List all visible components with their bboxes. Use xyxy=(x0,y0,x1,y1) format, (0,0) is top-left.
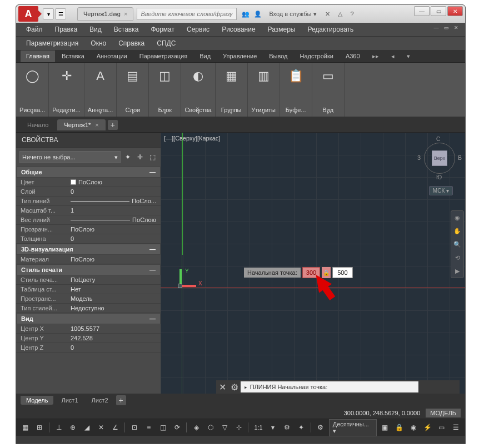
cmdline-close-icon[interactable]: ✕ xyxy=(216,381,228,393)
ribbon-tab-8[interactable]: A360 xyxy=(340,51,366,62)
maximize-button[interactable]: ▭ xyxy=(431,6,446,16)
panel-Рисова...[interactable]: ◯Рисова...▾ xyxy=(16,63,49,117)
props-row[interactable]: ЦветПоСлою xyxy=(16,178,161,187)
cleanscreen-icon[interactable]: ▭ xyxy=(436,421,448,434)
props-row[interactable]: Тип стилей...Недоступно xyxy=(16,304,161,313)
ribbon-arrow-icon[interactable]: ▾ xyxy=(401,51,416,62)
nav-pan-icon[interactable]: ✋ xyxy=(453,226,462,235)
props-row[interactable]: Центр X1005.5577 xyxy=(16,324,161,334)
ribbon-arrow-icon[interactable]: ◂ xyxy=(386,51,400,62)
dyn-input-icon[interactable]: ⊡ xyxy=(128,421,141,434)
close-button[interactable]: ✕ xyxy=(447,6,463,16)
model-space-button[interactable]: МОДЕЛЬ xyxy=(426,409,461,417)
props-section-Вид[interactable]: Вид— xyxy=(16,313,161,324)
ribbon-tab-3[interactable]: Параметризация xyxy=(134,51,193,62)
layout-tab-2[interactable]: Лист2 xyxy=(86,396,114,405)
ribbon-tab-4[interactable]: Вид xyxy=(194,51,216,62)
menu-правка[interactable]: Правка xyxy=(49,24,83,35)
close-tab-icon[interactable]: × xyxy=(95,122,98,128)
viewcube-face[interactable]: Верх xyxy=(432,150,447,166)
menu-редактировать[interactable]: Редактировать xyxy=(302,24,359,35)
ribbon-arrow-icon[interactable]: ▸▸ xyxy=(367,51,385,62)
layout-tab-0[interactable]: Модель xyxy=(21,396,53,405)
props-row[interactable]: Тип линийПоСло... xyxy=(16,197,161,206)
otrack-icon[interactable]: ∠ xyxy=(109,421,122,434)
props-row[interactable]: Вес линийПоСлою xyxy=(16,215,161,225)
help-icon[interactable]: ? xyxy=(348,9,357,18)
menu-окно[interactable]: Окно xyxy=(85,38,112,49)
panel-Буфе...[interactable]: 📋Буфе...▾ xyxy=(280,63,312,117)
props-row[interactable]: Слой0 xyxy=(16,187,161,197)
menu-сервис[interactable]: Сервис xyxy=(181,24,215,35)
menu-рисование[interactable]: Рисование xyxy=(216,24,261,35)
nav-wheel-icon[interactable]: ◉ xyxy=(453,213,462,222)
mdi-min-button[interactable]: — xyxy=(432,24,441,32)
panel-Слои[interactable]: ▤Слои▾ xyxy=(117,63,149,117)
new-doc-button[interactable]: + xyxy=(108,120,118,130)
lock-ui-icon[interactable]: 🔒 xyxy=(393,421,406,434)
qat-open-icon[interactable]: ☰ xyxy=(55,8,66,19)
ribbon-tab-2[interactable]: Аннотации xyxy=(91,51,133,62)
grid-toggle-icon[interactable]: ▦ xyxy=(19,421,32,434)
layout-tab-1[interactable]: Лист1 xyxy=(56,396,83,405)
props-section-Стиль печати[interactable]: Стиль печати— xyxy=(16,264,161,275)
props-section-Общие[interactable]: Общие— xyxy=(16,167,161,178)
viewcube[interactable]: Верх С В Ю З xyxy=(420,138,460,178)
exchange-icon[interactable]: ✕ xyxy=(323,9,332,18)
coordinates-readout[interactable]: 300.0000, 248.5629, 0.0000 xyxy=(344,410,421,416)
panel-Утилиты[interactable]: ▥Утилиты▾ xyxy=(248,63,280,117)
mdi-max-button[interactable]: ▭ xyxy=(442,24,451,32)
props-row[interactable]: Толщина0 xyxy=(16,234,161,244)
menu-справка[interactable]: Справка xyxy=(113,38,150,49)
user-icon[interactable]: 👤 xyxy=(253,9,262,18)
isoplane-icon[interactable]: ◢ xyxy=(81,421,93,434)
doc-tab-1[interactable]: Чертеж1*× xyxy=(57,119,105,130)
qat-new-icon[interactable]: ▾ xyxy=(43,8,54,19)
customize-icon[interactable]: ☰ xyxy=(450,421,462,434)
3dosnap-icon[interactable]: ◈ xyxy=(190,421,202,434)
ribbon-tab-5[interactable]: Управление xyxy=(217,51,262,62)
props-row[interactable]: Пространс...Модель xyxy=(16,294,161,304)
close-doc-icon[interactable]: × xyxy=(124,11,127,17)
menu-размеры[interactable]: Размеры xyxy=(262,24,301,35)
panel-Свойства[interactable]: ◐Свойства▾ xyxy=(181,63,215,117)
panel-Редакти...[interactable]: ✛Редакти...▾ xyxy=(49,63,84,117)
props-row[interactable]: Масштаб т...1 xyxy=(16,206,161,215)
lineweight-icon[interactable]: ≡ xyxy=(143,421,155,434)
command-input[interactable]: ▸ ПЛИНИЯ Начальная точка: xyxy=(241,381,418,392)
quickprops-icon[interactable]: ▣ xyxy=(379,421,391,434)
new-layout-button[interactable]: + xyxy=(116,395,126,405)
drawing-canvas[interactable]: [—][Сверху][Каркас] Y X Начальная точка:… xyxy=(161,133,465,394)
gizmo-icon[interactable]: ⊹ xyxy=(233,421,245,434)
cmdline-config-icon[interactable]: ⚙ xyxy=(228,381,241,393)
menu-вид[interactable]: Вид xyxy=(84,24,107,35)
menu-спдс[interactable]: СПДС xyxy=(151,38,181,49)
transparency-icon[interactable]: ◫ xyxy=(157,421,169,434)
nav-orbit-icon[interactable]: ⟲ xyxy=(453,253,462,262)
ribbon-tab-6[interactable]: Вывод xyxy=(263,51,293,62)
panel-Группы[interactable]: ▦Группы▾ xyxy=(216,63,248,117)
minimize-button[interactable]: — xyxy=(414,6,430,16)
menu-формат[interactable]: Формат xyxy=(145,24,180,35)
props-row[interactable]: МатериалПоСлою xyxy=(16,255,161,264)
quick-select-icon[interactable]: ✦ xyxy=(123,152,133,162)
ribbon-tab-0[interactable]: Главная xyxy=(21,51,55,62)
wcs-dropdown[interactable]: МСК ▾ xyxy=(429,186,453,195)
viewport-label[interactable]: [—][Сверху][Каркас] xyxy=(164,135,220,142)
selection-dropdown[interactable]: Ничего не выбра...▾ xyxy=(19,151,121,163)
nav-showmotion-icon[interactable]: ▶ xyxy=(453,266,462,275)
props-row[interactable]: Прозрачн...ПоСлою xyxy=(16,225,161,234)
props-row[interactable]: Таблица ст...Нет xyxy=(16,285,161,294)
mdi-close-button[interactable]: ✕ xyxy=(452,24,461,32)
anno-visibility-icon[interactable]: ⚙ xyxy=(281,421,293,434)
dyn-y-input[interactable]: 500 xyxy=(332,267,352,278)
anno-scale-label[interactable]: 1:1 xyxy=(252,424,265,431)
polar-icon[interactable]: ⊕ xyxy=(67,421,79,434)
menu-файл[interactable]: Файл xyxy=(21,24,48,35)
menu-параметризация[interactable]: Параметризация xyxy=(21,38,84,49)
props-row[interactable]: Центр Z0 xyxy=(16,343,161,353)
ortho-icon[interactable]: ⊥ xyxy=(53,421,65,434)
snap-toggle-icon[interactable]: ⊞ xyxy=(34,421,46,434)
search-input[interactable] xyxy=(137,8,237,20)
panel-Блок[interactable]: ◫Блок▾ xyxy=(149,63,181,117)
